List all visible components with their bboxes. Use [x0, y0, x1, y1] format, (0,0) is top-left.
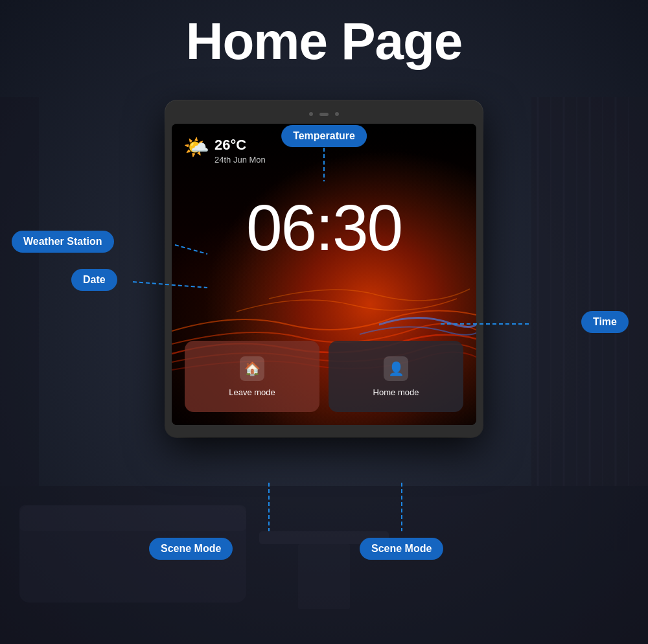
home-mode-label: Home mode	[373, 387, 419, 397]
weather-text: 26°C 24th Jun Mon	[214, 137, 266, 165]
weather-temperature: 26°C	[214, 137, 266, 154]
mode-buttons: 🏠 Leave mode 👤 Home mode	[185, 341, 463, 412]
clock-time: 06:30	[172, 195, 476, 260]
annotation-weather-station: Weather Station	[12, 231, 114, 253]
leave-mode-icon: 🏠	[240, 356, 264, 381]
clock-section: 06:30	[172, 195, 476, 260]
device-screen: 🌤️ 26°C 24th Jun Mon 06:30 🏠 Leave mode …	[172, 124, 476, 425]
page-title: Home Page	[0, 12, 648, 71]
weather-date: 24th Jun Mon	[214, 155, 266, 165]
weather-icon: 🌤️	[183, 137, 209, 157]
home-mode-button[interactable]: 👤 Home mode	[329, 341, 463, 412]
home-mode-icon: 👤	[384, 356, 408, 381]
device-container: 🌤️ 26°C 24th Jun Mon 06:30 🏠 Leave mode …	[165, 100, 483, 437]
annotation-date: Date	[71, 269, 117, 291]
device-top-bar	[172, 107, 476, 121]
annotation-temperature: Temperature	[281, 125, 367, 147]
annotation-scene-mode-right: Scene Mode	[360, 538, 443, 560]
device-frame: 🌤️ 26°C 24th Jun Mon 06:30 🏠 Leave mode …	[165, 100, 483, 437]
svg-rect-14	[0, 97, 39, 486]
annotation-time: Time	[581, 311, 629, 333]
annotation-scene-mode-left: Scene Mode	[149, 538, 233, 560]
device-camera-2	[335, 112, 339, 116]
svg-rect-13	[298, 544, 350, 609]
leave-mode-label: Leave mode	[229, 387, 275, 397]
device-camera	[309, 112, 313, 116]
device-sensor	[319, 113, 329, 116]
leave-mode-button[interactable]: 🏠 Leave mode	[185, 341, 319, 412]
svg-rect-11	[19, 505, 246, 531]
weather-section: 🌤️ 26°C 24th Jun Mon	[183, 137, 266, 165]
